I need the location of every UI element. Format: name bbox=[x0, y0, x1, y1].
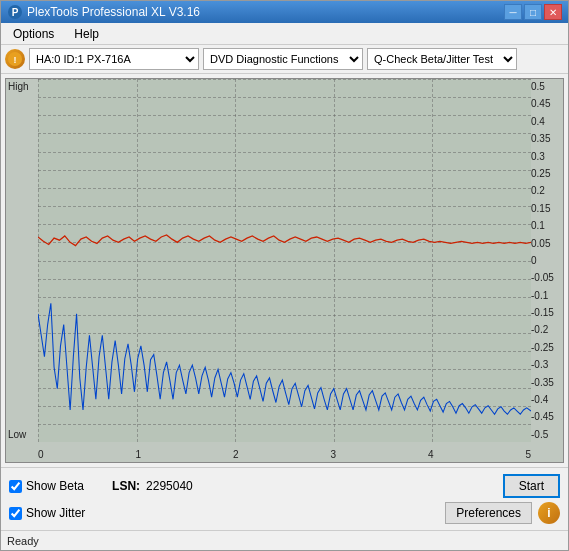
show-jitter-label: Show Jitter bbox=[26, 506, 85, 520]
show-beta-checkbox-label[interactable]: Show Beta bbox=[9, 479, 84, 493]
drive-select[interactable]: HA:0 ID:1 PX-716A bbox=[29, 48, 199, 70]
right-buttons: Start bbox=[503, 474, 560, 498]
bottom-row1: Show Beta LSN: 2295040 Start bbox=[9, 474, 560, 498]
chart-area: High Low 0.5 0.45 0.4 0.35 0.3 0.25 0.2 … bbox=[5, 78, 564, 463]
preferences-button[interactable]: Preferences bbox=[445, 502, 532, 524]
show-beta-label: Show Beta bbox=[26, 479, 84, 493]
close-button[interactable]: ✕ bbox=[544, 4, 562, 20]
app-icon: P bbox=[7, 4, 23, 20]
window-controls: ─ □ ✕ bbox=[504, 4, 562, 20]
svg-text:P: P bbox=[12, 7, 19, 18]
lsn-value: 2295040 bbox=[146, 479, 193, 493]
menu-options[interactable]: Options bbox=[5, 25, 62, 43]
jitter-line bbox=[38, 303, 531, 414]
bottom-panel: Show Beta LSN: 2295040 Start Show Jitter… bbox=[1, 467, 568, 530]
chart-low-label: Low bbox=[8, 429, 26, 440]
function-select[interactable]: DVD Diagnostic Functions bbox=[203, 48, 363, 70]
drive-icon: ! bbox=[5, 49, 25, 69]
menu-bar: Options Help bbox=[1, 23, 568, 45]
chart-x-axis: 0 1 2 3 4 5 bbox=[38, 449, 531, 460]
status-text: Ready bbox=[7, 535, 39, 547]
status-bar: Ready bbox=[1, 530, 568, 550]
info-button[interactable]: i bbox=[538, 502, 560, 524]
show-jitter-checkbox-label[interactable]: Show Jitter bbox=[9, 506, 85, 520]
title-bar: P PlexTools Professional XL V3.16 ─ □ ✕ bbox=[1, 1, 568, 23]
show-jitter-checkbox[interactable] bbox=[9, 507, 22, 520]
bottom-row2: Show Jitter Preferences i bbox=[9, 502, 560, 524]
minimize-button[interactable]: ─ bbox=[504, 4, 522, 20]
toolbar: ! HA:0 ID:1 PX-716A DVD Diagnostic Funct… bbox=[1, 45, 568, 74]
maximize-button[interactable]: □ bbox=[524, 4, 542, 20]
main-window: P PlexTools Professional XL V3.16 ─ □ ✕ … bbox=[0, 0, 569, 551]
chart-y-right-axis: 0.5 0.45 0.4 0.35 0.3 0.25 0.2 0.15 0.1 … bbox=[531, 79, 563, 442]
chart-plot bbox=[38, 79, 531, 442]
beta-line bbox=[38, 235, 531, 246]
chart-high-label: High bbox=[8, 81, 29, 92]
window-title: PlexTools Professional XL V3.16 bbox=[27, 5, 504, 19]
start-button[interactable]: Start bbox=[503, 474, 560, 498]
svg-text:!: ! bbox=[14, 55, 17, 65]
test-select[interactable]: Q-Check Beta/Jitter Test bbox=[367, 48, 517, 70]
show-beta-checkbox[interactable] bbox=[9, 480, 22, 493]
menu-help[interactable]: Help bbox=[66, 25, 107, 43]
lsn-label: LSN: bbox=[112, 479, 140, 493]
lsn-area: LSN: 2295040 bbox=[112, 479, 193, 493]
chart-svg bbox=[38, 79, 531, 442]
